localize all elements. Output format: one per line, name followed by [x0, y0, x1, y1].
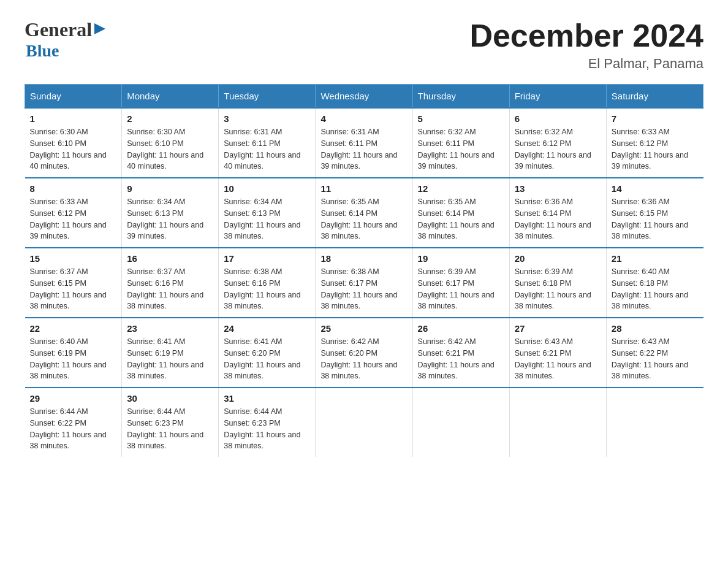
day-number: 16 — [127, 253, 213, 264]
day-info: Sunrise: 6:34 AMSunset: 6:13 PMDaylight:… — [127, 197, 203, 240]
table-row: 28 Sunrise: 6:43 AMSunset: 6:22 PMDaylig… — [606, 318, 703, 388]
table-row: 6 Sunrise: 6:32 AMSunset: 6:12 PMDayligh… — [509, 108, 606, 178]
table-row: 10 Sunrise: 6:34 AMSunset: 6:13 PMDaylig… — [219, 178, 316, 248]
day-number: 28 — [612, 323, 699, 334]
day-info: Sunrise: 6:42 AMSunset: 6:21 PMDaylight:… — [418, 337, 495, 380]
svg-marker-0 — [94, 23, 105, 34]
table-row: 5 Sunrise: 6:32 AMSunset: 6:11 PMDayligh… — [412, 108, 509, 178]
day-number: 19 — [418, 253, 504, 264]
table-row: 4 Sunrise: 6:31 AMSunset: 6:11 PMDayligh… — [316, 108, 412, 178]
calendar-week-5: 29 Sunrise: 6:44 AMSunset: 6:22 PMDaylig… — [25, 388, 703, 457]
day-number: 12 — [418, 183, 504, 194]
table-row — [412, 388, 509, 457]
day-info: Sunrise: 6:38 AMSunset: 6:16 PMDaylight:… — [224, 267, 300, 310]
table-row: 27 Sunrise: 6:43 AMSunset: 6:21 PMDaylig… — [509, 318, 606, 388]
calendar-week-2: 8 Sunrise: 6:33 AMSunset: 6:12 PMDayligh… — [25, 178, 703, 248]
day-info: Sunrise: 6:43 AMSunset: 6:22 PMDaylight:… — [612, 337, 688, 380]
day-info: Sunrise: 6:36 AMSunset: 6:15 PMDaylight:… — [612, 197, 688, 240]
table-row: 30 Sunrise: 6:44 AMSunset: 6:23 PMDaylig… — [122, 388, 219, 457]
table-row: 17 Sunrise: 6:38 AMSunset: 6:16 PMDaylig… — [219, 248, 316, 318]
day-number: 4 — [320, 113, 407, 124]
day-info: Sunrise: 6:36 AMSunset: 6:14 PMDaylight:… — [515, 197, 591, 240]
table-row: 22 Sunrise: 6:40 AMSunset: 6:19 PMDaylig… — [25, 318, 122, 388]
day-number: 11 — [320, 183, 407, 194]
day-info: Sunrise: 6:33 AMSunset: 6:12 PMDaylight:… — [612, 128, 688, 170]
page-header: General Blue December 2024 El Palmar, Pa… — [25, 18, 703, 72]
table-row — [606, 388, 703, 457]
day-info: Sunrise: 6:32 AMSunset: 6:12 PMDaylight:… — [515, 128, 591, 170]
table-row: 8 Sunrise: 6:33 AMSunset: 6:12 PMDayligh… — [25, 178, 122, 248]
day-number: 30 — [127, 393, 213, 404]
col-sunday: Sunday — [25, 85, 122, 109]
table-row: 18 Sunrise: 6:38 AMSunset: 6:17 PMDaylig… — [316, 248, 412, 318]
day-info: Sunrise: 6:39 AMSunset: 6:18 PMDaylight:… — [515, 267, 591, 310]
day-info: Sunrise: 6:30 AMSunset: 6:10 PMDaylight:… — [30, 128, 107, 170]
day-number: 22 — [30, 323, 117, 334]
day-info: Sunrise: 6:44 AMSunset: 6:23 PMDaylight:… — [224, 407, 300, 450]
location-subtitle: El Palmar, Panama — [469, 56, 703, 72]
calendar-table: Sunday Monday Tuesday Wednesday Thursday… — [25, 84, 703, 457]
day-info: Sunrise: 6:39 AMSunset: 6:17 PMDaylight:… — [418, 267, 495, 310]
logo-blue: Blue — [26, 41, 59, 60]
main-title: December 2024 — [469, 18, 703, 53]
day-number: 3 — [224, 113, 310, 124]
day-info: Sunrise: 6:38 AMSunset: 6:17 PMDaylight:… — [320, 267, 397, 310]
table-row: 23 Sunrise: 6:41 AMSunset: 6:19 PMDaylig… — [122, 318, 219, 388]
day-number: 21 — [612, 253, 699, 264]
day-info: Sunrise: 6:44 AMSunset: 6:23 PMDaylight:… — [127, 407, 203, 450]
day-number: 17 — [224, 253, 310, 264]
logo-general: General — [25, 18, 92, 41]
day-info: Sunrise: 6:40 AMSunset: 6:18 PMDaylight:… — [612, 267, 688, 310]
table-row: 9 Sunrise: 6:34 AMSunset: 6:13 PMDayligh… — [122, 178, 219, 248]
day-number: 5 — [418, 113, 504, 124]
table-row: 1 Sunrise: 6:30 AMSunset: 6:10 PMDayligh… — [25, 108, 122, 178]
table-row: 14 Sunrise: 6:36 AMSunset: 6:15 PMDaylig… — [606, 178, 703, 248]
day-number: 15 — [30, 253, 117, 264]
table-row — [509, 388, 606, 457]
col-tuesday: Tuesday — [219, 85, 316, 109]
day-number: 1 — [30, 113, 117, 124]
day-info: Sunrise: 6:33 AMSunset: 6:12 PMDaylight:… — [30, 197, 107, 240]
table-row: 31 Sunrise: 6:44 AMSunset: 6:23 PMDaylig… — [219, 388, 316, 457]
day-info: Sunrise: 6:35 AMSunset: 6:14 PMDaylight:… — [320, 197, 397, 240]
day-number: 26 — [418, 323, 504, 334]
table-row: 13 Sunrise: 6:36 AMSunset: 6:14 PMDaylig… — [509, 178, 606, 248]
day-info: Sunrise: 6:44 AMSunset: 6:22 PMDaylight:… — [30, 407, 107, 450]
day-number: 25 — [320, 323, 407, 334]
day-number: 8 — [30, 183, 117, 194]
title-section: December 2024 El Palmar, Panama — [469, 18, 703, 72]
day-number: 2 — [127, 113, 213, 124]
day-info: Sunrise: 6:34 AMSunset: 6:13 PMDaylight:… — [224, 197, 300, 240]
col-saturday: Saturday — [606, 85, 703, 109]
table-row: 20 Sunrise: 6:39 AMSunset: 6:18 PMDaylig… — [509, 248, 606, 318]
day-number: 24 — [224, 323, 310, 334]
table-row: 11 Sunrise: 6:35 AMSunset: 6:14 PMDaylig… — [316, 178, 412, 248]
day-info: Sunrise: 6:41 AMSunset: 6:19 PMDaylight:… — [127, 337, 203, 380]
logo: General Blue — [25, 18, 107, 61]
col-friday: Friday — [509, 85, 606, 109]
day-info: Sunrise: 6:40 AMSunset: 6:19 PMDaylight:… — [30, 337, 107, 380]
day-number: 31 — [224, 393, 310, 404]
table-row: 26 Sunrise: 6:42 AMSunset: 6:21 PMDaylig… — [412, 318, 509, 388]
col-monday: Monday — [122, 85, 219, 109]
table-row: 12 Sunrise: 6:35 AMSunset: 6:14 PMDaylig… — [412, 178, 509, 248]
day-number: 18 — [320, 253, 407, 264]
table-row: 2 Sunrise: 6:30 AMSunset: 6:10 PMDayligh… — [122, 108, 219, 178]
table-row: 16 Sunrise: 6:37 AMSunset: 6:16 PMDaylig… — [122, 248, 219, 318]
day-info: Sunrise: 6:31 AMSunset: 6:11 PMDaylight:… — [320, 128, 397, 170]
calendar-week-3: 15 Sunrise: 6:37 AMSunset: 6:15 PMDaylig… — [25, 248, 703, 318]
day-number: 9 — [127, 183, 213, 194]
day-info: Sunrise: 6:37 AMSunset: 6:15 PMDaylight:… — [30, 267, 107, 310]
day-number: 29 — [30, 393, 117, 404]
day-info: Sunrise: 6:32 AMSunset: 6:11 PMDaylight:… — [418, 128, 495, 170]
day-number: 7 — [612, 113, 699, 124]
day-number: 10 — [224, 183, 310, 194]
table-row: 29 Sunrise: 6:44 AMSunset: 6:22 PMDaylig… — [25, 388, 122, 457]
table-row: 25 Sunrise: 6:42 AMSunset: 6:20 PMDaylig… — [316, 318, 412, 388]
day-info: Sunrise: 6:43 AMSunset: 6:21 PMDaylight:… — [515, 337, 591, 380]
table-row — [316, 388, 412, 457]
day-number: 23 — [127, 323, 213, 334]
table-row: 7 Sunrise: 6:33 AMSunset: 6:12 PMDayligh… — [606, 108, 703, 178]
day-info: Sunrise: 6:37 AMSunset: 6:16 PMDaylight:… — [127, 267, 203, 310]
calendar-week-1: 1 Sunrise: 6:30 AMSunset: 6:10 PMDayligh… — [25, 108, 703, 178]
